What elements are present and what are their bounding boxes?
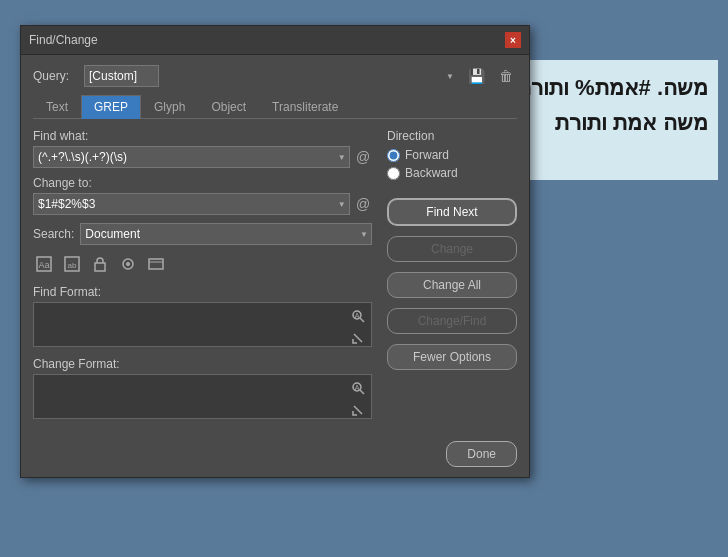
backward-label[interactable]: Backward xyxy=(405,166,458,180)
main-content: Find what: @ Change to: xyxy=(33,129,517,429)
delete-query-button[interactable]: 🗑 xyxy=(495,66,517,86)
svg-text:Aa: Aa xyxy=(38,260,49,270)
backward-radio[interactable] xyxy=(387,167,400,180)
fewer-options-button[interactable]: Fewer Options xyxy=(387,344,517,370)
save-query-button[interactable]: 💾 xyxy=(464,66,489,86)
find-what-row: Find what: @ xyxy=(33,129,372,168)
save-icon: 💾 xyxy=(468,68,485,84)
change-button[interactable]: Change xyxy=(387,236,517,262)
change-to-label: Change to: xyxy=(33,176,372,190)
left-panel: Find what: @ Change to: xyxy=(33,129,372,429)
include-master-icon[interactable] xyxy=(145,253,167,275)
query-label: Query: xyxy=(33,69,78,83)
find-format-search-icon[interactable]: A xyxy=(349,307,367,325)
direction-label: Direction xyxy=(387,129,517,143)
bg-text-line2: משה אמת ותורת xyxy=(508,105,708,140)
find-format-clear-icon[interactable] xyxy=(349,329,367,347)
find-change-dialog: Find/Change × Query: [Custom] 💾 🗑 Text G… xyxy=(20,25,530,478)
find-format-box-icons: A xyxy=(349,307,367,347)
change-at-icon[interactable]: @ xyxy=(354,196,372,212)
tab-transliterate[interactable]: Transliterate xyxy=(259,95,351,119)
change-to-row: Change to: @ xyxy=(33,176,372,215)
tab-bar: Text GREP Glyph Object Transliterate xyxy=(33,95,517,119)
svg-line-13 xyxy=(360,390,364,394)
trash-icon: 🗑 xyxy=(499,68,513,84)
query-select-wrapper: [Custom] xyxy=(84,65,458,87)
change-format-search-icon[interactable]: A xyxy=(349,379,367,397)
svg-rect-4 xyxy=(95,263,105,271)
find-format-box: A xyxy=(33,302,372,347)
tab-text[interactable]: Text xyxy=(33,95,81,119)
background-text: משה. #אמת% ותורת משה אמת ותורת xyxy=(498,60,718,180)
forward-radio-row: Forward xyxy=(387,148,517,162)
find-format-section: Find Format: A xyxy=(33,285,372,347)
case-sensitive-icon[interactable]: Aa xyxy=(33,253,55,275)
find-next-button[interactable]: Find Next xyxy=(387,198,517,226)
query-row: Query: [Custom] 💾 🗑 xyxy=(33,65,517,87)
svg-line-10 xyxy=(360,318,364,322)
tab-object[interactable]: Object xyxy=(198,95,259,119)
change-format-label: Change Format: xyxy=(33,357,372,371)
svg-text:A: A xyxy=(355,312,360,319)
bg-text-line1: משה. #אמת% ותורת xyxy=(508,70,708,105)
include-hidden-icon[interactable] xyxy=(117,253,139,275)
change-format-box-icons: A xyxy=(349,379,367,419)
bottom-row: Done xyxy=(33,433,517,467)
direction-section: Direction Forward Backward xyxy=(387,129,517,184)
search-label: Search: xyxy=(33,227,74,241)
include-locked-icon[interactable] xyxy=(89,253,111,275)
close-button[interactable]: × xyxy=(505,32,521,48)
tab-glyph[interactable]: Glyph xyxy=(141,95,198,119)
icons-row: Aa ab xyxy=(33,253,372,275)
search-select-wrapper: DocumentStorySelectionAll Documents xyxy=(80,223,372,245)
find-format-label: Find Format: xyxy=(33,285,372,299)
change-to-input-wrapper xyxy=(33,193,350,215)
forward-label[interactable]: Forward xyxy=(405,148,449,162)
find-what-input-row: @ xyxy=(33,146,372,168)
change-format-clear-icon[interactable] xyxy=(349,401,367,419)
dialog-body: Query: [Custom] 💾 🗑 Text GREP Glyph Obje… xyxy=(21,55,529,477)
change-format-box: A xyxy=(33,374,372,419)
tab-grep[interactable]: GREP xyxy=(81,95,141,119)
change-all-button[interactable]: Change All xyxy=(387,272,517,298)
find-at-icon[interactable]: @ xyxy=(354,149,372,165)
svg-rect-7 xyxy=(149,259,163,269)
right-panel: Direction Forward Backward Find Next Cha… xyxy=(387,129,517,429)
dialog-title: Find/Change xyxy=(29,33,98,47)
find-what-label: Find what: xyxy=(33,129,372,143)
svg-point-6 xyxy=(126,262,130,266)
svg-text:ab: ab xyxy=(68,261,77,270)
change-format-section: Change Format: A xyxy=(33,357,372,419)
change-to-input-row: @ xyxy=(33,193,372,215)
query-select[interactable]: [Custom] xyxy=(84,65,159,87)
search-row: Search: DocumentStorySelectionAll Docume… xyxy=(33,223,372,245)
search-select[interactable]: DocumentStorySelectionAll Documents xyxy=(80,223,372,245)
change-to-input[interactable] xyxy=(33,193,350,215)
svg-text:A: A xyxy=(355,384,360,391)
backward-radio-row: Backward xyxy=(387,166,517,180)
done-button[interactable]: Done xyxy=(446,441,517,467)
find-what-input[interactable] xyxy=(33,146,350,168)
forward-radio[interactable] xyxy=(387,149,400,162)
find-what-input-wrapper xyxy=(33,146,350,168)
dialog-titlebar: Find/Change × xyxy=(21,26,529,55)
whole-word-icon[interactable]: ab xyxy=(61,253,83,275)
change-find-button[interactable]: Change/Find xyxy=(387,308,517,334)
